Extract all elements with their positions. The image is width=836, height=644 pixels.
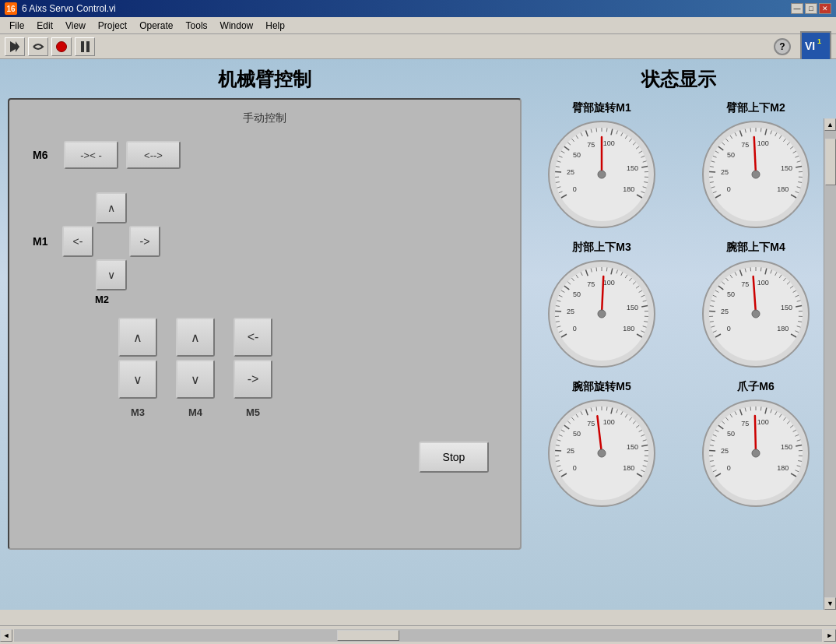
svg-text:25: 25 (567, 308, 574, 315)
m3-up-button[interactable]: ∧ (118, 318, 157, 357)
right-panel-title: 状态显示 (529, 67, 828, 92)
svg-text:25: 25 (567, 168, 574, 176)
gauge-item-3: 腕部上下M40255075100150180 (683, 241, 828, 371)
svg-line-229 (606, 406, 607, 410)
m3-down-button[interactable]: ∨ (118, 360, 157, 399)
svg-text:0: 0 (726, 185, 730, 193)
menu-window[interactable]: Window (214, 19, 260, 33)
m2-up-button[interactable]: ∧ (96, 192, 127, 223)
svg-text:100: 100 (602, 418, 614, 426)
m5-col: <- -> M5 (234, 318, 272, 418)
menu-edit[interactable]: Edit (30, 19, 59, 33)
svg-line-85 (760, 128, 761, 132)
svg-text:100: 100 (757, 139, 768, 147)
menu-tools[interactable]: Tools (180, 19, 214, 33)
svg-text:1: 1 (817, 37, 821, 45)
m1-label: M1 (33, 235, 56, 248)
menu-operate[interactable]: Operate (133, 19, 179, 33)
help-button[interactable]: ? (774, 38, 791, 55)
h-scroll-left[interactable]: ◄ (0, 629, 12, 642)
svg-marker-1 (16, 41, 19, 52)
svg-line-227 (596, 406, 597, 410)
left-panel: 机械臂控制 手动控制 M6 ->< - <--> M (8, 67, 522, 602)
scroll-down-button[interactable]: ▼ (824, 597, 836, 610)
menu-view[interactable]: View (59, 19, 92, 33)
svg-text:180: 180 (623, 185, 634, 193)
cross-center (96, 226, 127, 257)
svg-point-197 (752, 310, 760, 318)
gauge-item-2: 肘部上下M30255075100150180 (529, 241, 674, 371)
h-scroll-thumb[interactable] (337, 630, 399, 641)
svg-line-179 (750, 267, 751, 271)
svg-text:50: 50 (572, 151, 580, 159)
svg-text:150: 150 (780, 304, 792, 311)
svg-point-293 (752, 449, 760, 457)
run-button[interactable] (5, 37, 25, 56)
gauge-label-1: 臂部上下M2 (726, 101, 785, 115)
m1-cross-control: ∧ <- -> (62, 192, 160, 290)
svg-line-131 (596, 267, 597, 271)
menu-bar: File Edit View Project Operate Tools Win… (0, 17, 836, 34)
svg-text:50: 50 (726, 290, 734, 298)
vertical-scrollbar[interactable]: ▲ ▼ (824, 118, 836, 610)
m1-right-button[interactable]: -> (129, 226, 160, 257)
svg-text:50: 50 (726, 430, 734, 438)
title-bar: 16 6 Aixs Servo Control.vi — □ ✕ (0, 0, 836, 17)
m3-col: ∧ ∨ M3 (118, 318, 157, 418)
cross-empty-tl (62, 192, 93, 223)
m4-down-button[interactable]: ∨ (176, 360, 215, 399)
m6-btn1[interactable]: ->< - (64, 141, 118, 169)
menu-project[interactable]: Project (92, 19, 133, 33)
stop-record-button[interactable] (51, 37, 72, 56)
svg-line-292 (754, 416, 755, 453)
cross-empty-tr (129, 192, 160, 223)
gauge-label-4: 腕部旋转M5 (572, 380, 631, 394)
gauge-label-5: 爪子M6 (737, 380, 774, 394)
svg-text:75: 75 (587, 141, 595, 149)
svg-line-275 (750, 406, 751, 410)
m4-label: M4 (188, 406, 202, 418)
main-content: 机械臂控制 手动控制 M6 ->< - <--> M (0, 59, 836, 610)
m5-down-button[interactable]: -> (234, 360, 272, 399)
minimize-button[interactable]: — (791, 3, 803, 14)
close-button[interactable]: ✕ (819, 3, 831, 14)
m5-up-button[interactable]: <- (234, 318, 272, 357)
svg-text:100: 100 (757, 279, 768, 287)
svg-line-181 (760, 267, 761, 271)
m6-label: M6 (33, 149, 56, 161)
svg-text:25: 25 (567, 447, 574, 455)
m5-label: M5 (246, 406, 260, 418)
m1-left-button[interactable]: <- (62, 226, 93, 257)
pause-button[interactable] (75, 37, 95, 56)
h-scroll-right[interactable]: ► (824, 629, 836, 642)
gauge-svg-5: 0255075100150180 (700, 397, 813, 510)
svg-point-245 (598, 449, 606, 457)
svg-line-37 (606, 128, 607, 132)
m2-down-button[interactable]: ∨ (96, 259, 127, 290)
h-scroll-track[interactable] (14, 629, 822, 642)
stop-button[interactable]: Stop (419, 442, 489, 473)
control-box: 手动控制 M6 ->< - <--> M1 (8, 98, 522, 550)
gauge-svg-3: 0255075100150180 (700, 258, 813, 371)
gauges-grid: 臂部旋转M10255075100150180臂部上下M2025507510015… (529, 101, 828, 510)
scroll-track[interactable] (824, 131, 836, 597)
svg-point-149 (598, 310, 606, 318)
scroll-up-button[interactable]: ▲ (824, 118, 836, 131)
maximize-button[interactable]: □ (805, 3, 817, 14)
window-controls: — □ ✕ (791, 3, 831, 14)
main-wrapper: 机械臂控制 手动控制 M6 ->< - <--> M (0, 59, 836, 644)
run-arrow-button[interactable] (28, 37, 48, 56)
svg-text:50: 50 (572, 430, 580, 438)
svg-text:75: 75 (741, 141, 749, 149)
svg-text:0: 0 (726, 464, 730, 472)
svg-text:75: 75 (587, 280, 595, 288)
app-icon: 16 (5, 2, 17, 15)
m6-btn2[interactable]: <--> (126, 141, 181, 169)
menu-help[interactable]: Help (259, 19, 291, 33)
gauge-item-4: 腕部旋转M50255075100150180 (529, 380, 674, 510)
gauge-label-3: 腕部上下M4 (726, 241, 785, 255)
menu-file[interactable]: File (3, 19, 30, 33)
m4-up-button[interactable]: ∧ (176, 318, 215, 357)
m6-row: M6 ->< - <--> (33, 141, 504, 169)
svg-text:100: 100 (757, 418, 768, 426)
